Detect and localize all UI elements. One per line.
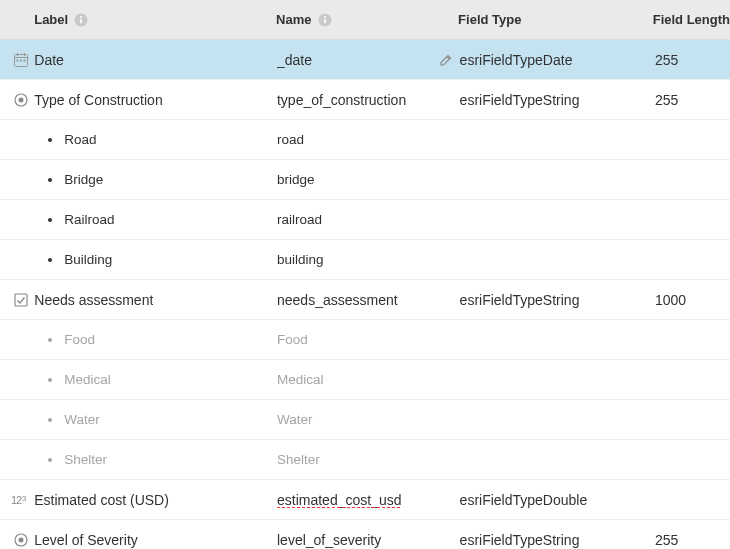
numeric-icon: 123 [0,493,34,507]
option-name: bridge [277,172,315,187]
radio-icon [0,532,34,548]
row-length: 255 [655,52,678,68]
bullet-icon [48,258,52,262]
option-label: Food [64,332,95,347]
bullet-icon [48,218,52,222]
row-type: esriFieldTypeDouble [460,492,588,508]
option-label: Shelter [64,452,107,467]
pencil-icon[interactable] [439,53,453,67]
table-row[interactable]: Needs assessmentneeds_assessmentesriFiel… [0,280,730,320]
header-label[interactable]: Label [34,12,276,27]
header-field-type[interactable]: Field Type [458,12,653,27]
option-name: road [277,132,304,147]
bullet-icon [48,338,52,342]
header-name-text: Name [276,12,311,27]
option-row[interactable]: FoodFood [0,320,730,360]
row-length: 1000 [655,292,686,308]
info-icon[interactable] [74,13,88,27]
row-label: Type of Construction [34,92,162,108]
option-name: Shelter [277,452,320,467]
option-row[interactable]: ShelterShelter [0,440,730,480]
option-row[interactable]: Roadroad [0,120,730,160]
row-name: type_of_construction [277,92,406,108]
option-label: Railroad [64,212,114,227]
row-type: esriFieldTypeDate [460,52,573,68]
option-name: Food [277,332,308,347]
row-label: Needs assessment [34,292,153,308]
svg-point-15 [19,97,24,102]
row-length: 255 [655,92,678,108]
svg-rect-10 [17,59,19,61]
info-icon[interactable] [318,13,332,27]
option-name: Water [277,412,313,427]
option-name: building [277,252,324,267]
svg-rect-4 [324,19,326,23]
option-row[interactable]: Bridgebridge [0,160,730,200]
header-field-length[interactable]: Field Length [653,12,730,27]
table-row[interactable]: Date_dateesriFieldTypeDate255 [0,40,730,80]
option-label: Building [64,252,112,267]
svg-text:3: 3 [22,494,27,503]
bullet-icon [48,138,52,142]
edit-cell[interactable] [431,53,459,67]
row-label: Date [34,52,64,68]
row-name: level_of_severity [277,532,381,548]
svg-point-5 [324,16,326,18]
svg-point-21 [19,537,24,542]
row-name: _date [277,52,312,68]
option-label: Medical [64,372,111,387]
row-name: estimated_cost_usd [277,492,402,508]
row-length: 255 [655,532,678,548]
row-label: Level of Severity [34,532,138,548]
header-name[interactable]: Name [276,12,430,27]
svg-rect-16 [15,294,27,306]
row-type: esriFieldTypeString [460,532,580,548]
checkbox-icon [0,292,34,308]
option-name: Medical [277,372,324,387]
option-row[interactable]: Buildingbuilding [0,240,730,280]
option-row[interactable]: MedicalMedical [0,360,730,400]
option-label: Water [64,412,100,427]
row-name: needs_assessment [277,292,398,308]
bullet-icon [48,378,52,382]
row-type: esriFieldTypeString [460,92,580,108]
table-row[interactable]: 123Estimated cost (USD)estimated_cost_us… [0,480,730,520]
bullet-icon [48,458,52,462]
radio-icon [0,92,34,108]
svg-rect-11 [20,59,22,61]
option-label: Bridge [64,172,103,187]
option-name: railroad [277,212,322,227]
fields-table: Label Name Field Type Field Length Date_… [0,0,730,549]
svg-rect-1 [80,19,82,23]
table-row[interactable]: Type of Constructiontype_of_construction… [0,80,730,120]
row-label: Estimated cost (USD) [34,492,169,508]
table-header: Label Name Field Type Field Length [0,0,730,40]
svg-rect-12 [24,59,26,61]
bullet-icon [48,418,52,422]
option-row[interactable]: Railroadrailroad [0,200,730,240]
table-row[interactable]: Level of Severitylevel_of_severityesriFi… [0,520,730,549]
calendar-icon [0,52,34,68]
header-label-text: Label [34,12,68,27]
option-label: Road [64,132,96,147]
bullet-icon [48,178,52,182]
svg-point-2 [80,16,82,18]
header-type-text: Field Type [458,12,521,27]
option-row[interactable]: WaterWater [0,400,730,440]
header-length-text: Field Length [653,12,730,27]
row-type: esriFieldTypeString [460,292,580,308]
